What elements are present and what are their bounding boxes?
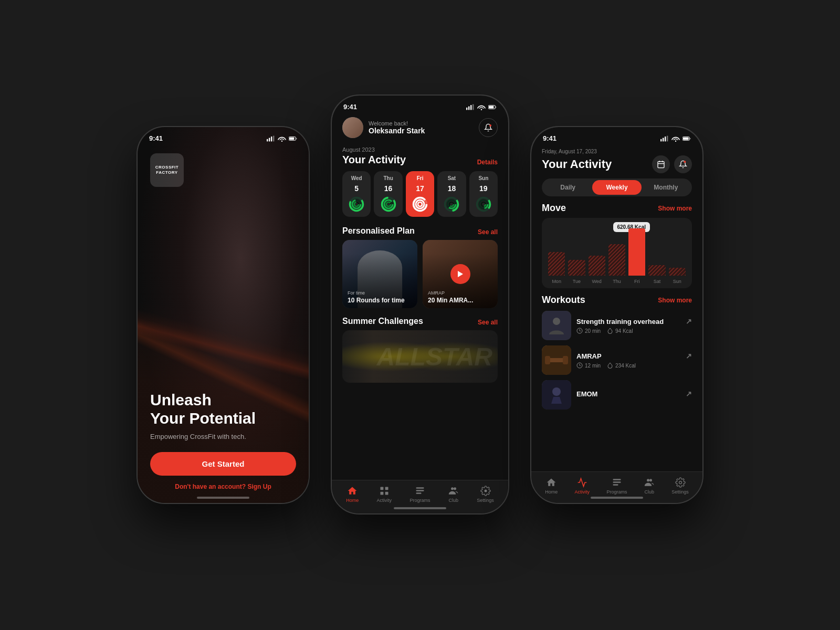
bar-sun: [669, 223, 686, 276]
bar-fri: [628, 223, 645, 276]
svg-rect-80: [613, 479, 621, 480]
workouts-show-more[interactable]: Show more: [658, 297, 692, 304]
status-bar: 9:41: [138, 127, 309, 144]
welcome-label: Welcome back!: [369, 120, 425, 127]
workout-time-1: 20 min: [576, 328, 601, 334]
nav-activity[interactable]: Activity: [377, 486, 392, 503]
svg-point-55: [454, 487, 456, 490]
chart-label-sun: Sun: [669, 279, 686, 284]
workout-image-3: [542, 380, 571, 410]
notification-button-3[interactable]: [674, 155, 692, 173]
svg-rect-15: [496, 106, 496, 108]
logo-text: CROSSFIT FACTORY: [150, 165, 184, 175]
tab-weekly[interactable]: Weekly: [592, 180, 641, 195]
svg-rect-57: [660, 139, 662, 141]
battery-icon: [289, 135, 297, 142]
settings-icon-3: [675, 477, 686, 488]
workout-item-2[interactable]: AMRAP ↗ 12 min: [542, 345, 692, 375]
status-time: 9:41: [149, 134, 163, 142]
svg-rect-82: [613, 484, 618, 486]
workout-name-2: AMRAP ↗: [576, 352, 692, 360]
nav3-activity[interactable]: Activity: [575, 477, 590, 495]
workout-item-3[interactable]: EMOM ↗: [542, 380, 692, 410]
svg-point-69: [684, 161, 686, 163]
see-all-link-2[interactable]: See all: [478, 319, 498, 326]
nav-home[interactable]: Home: [346, 486, 359, 503]
nav-club[interactable]: Club: [448, 486, 459, 503]
svg-rect-60: [667, 135, 668, 141]
chart-label-mon: Mon: [548, 279, 565, 284]
nav-settings[interactable]: Settings: [477, 486, 494, 503]
workout-link-icon-2[interactable]: ↗: [686, 352, 692, 360]
plan-card-2[interactable]: AMRAP 20 Min AMRA...: [423, 240, 498, 308]
card1-label: For time: [348, 290, 412, 296]
plan-cards: For time 10 Rounds for time: [342, 240, 498, 308]
workout-link-icon-1[interactable]: ↗: [686, 317, 692, 326]
phone-activity: 9:41: [530, 126, 704, 504]
nav3-home-label: Home: [545, 489, 558, 495]
nav3-club[interactable]: Club: [644, 477, 655, 495]
day-card-wed[interactable]: Wed 5: [342, 171, 371, 217]
play-button[interactable]: [450, 264, 470, 284]
tab-daily[interactable]: Daily: [543, 180, 592, 195]
nav3-programs[interactable]: Programs: [606, 477, 627, 495]
bar-sun-value: [669, 268, 686, 276]
move-show-more[interactable]: Show more: [658, 205, 692, 212]
details-link[interactable]: Details: [477, 159, 498, 166]
workouts-section: Workouts Show more Strength tra: [531, 295, 702, 471]
svg-rect-81: [613, 481, 621, 483]
welcome-content: Unleash Your Potential Empowering CrossF…: [138, 379, 309, 503]
header-icons: [652, 155, 692, 173]
signup-link[interactable]: Sign Up: [247, 483, 271, 490]
plan-card-1[interactable]: For time 10 Rounds for time: [342, 240, 417, 308]
card2-label: AMRAP: [428, 290, 492, 296]
tab-monthly[interactable]: Monthly: [642, 180, 690, 195]
day-name-fri: Fri: [417, 175, 424, 181]
workout-time-2: 12 min: [576, 362, 601, 369]
svg-rect-14: [489, 106, 494, 108]
wifi-icon-2: [477, 104, 486, 110]
bar-sat: [648, 223, 665, 276]
get-started-button[interactable]: Get Started: [150, 452, 296, 476]
bell-icon: [484, 123, 492, 132]
plan-section: Personalised Plan See all: [332, 222, 508, 312]
notification-button[interactable]: [479, 118, 498, 137]
svg-point-34: [418, 202, 422, 206]
activity-section-header: August 2023 Your Activity Details: [332, 144, 508, 171]
workout-item-1[interactable]: Strength training overhead ↗ 20 min: [542, 311, 692, 340]
svg-rect-8: [466, 107, 467, 110]
status-icons-2: [466, 104, 497, 110]
svg-rect-49: [385, 487, 388, 490]
clock-icon-1: [576, 328, 583, 334]
club-icon-3: [644, 477, 655, 488]
bar-fri-value: [628, 228, 645, 276]
svg-rect-50: [385, 492, 388, 495]
ring-fri-active: [412, 196, 428, 213]
nav3-home[interactable]: Home: [545, 477, 558, 495]
svg-rect-10: [470, 105, 471, 110]
nav-programs[interactable]: Programs: [410, 486, 430, 503]
ring-wed: [348, 196, 365, 213]
bar-wed-value: [589, 256, 605, 276]
svg-rect-58: [663, 138, 664, 141]
bar-wed: [589, 223, 605, 276]
day-card-fri[interactable]: Fri 17: [406, 171, 434, 217]
nav3-settings-label: Settings: [671, 489, 689, 495]
calendar-button[interactable]: [652, 155, 670, 173]
day-card-sat[interactable]: Sat 18: [437, 171, 466, 217]
workout-thumb-2: [542, 345, 571, 375]
activity-icon-3: [577, 477, 587, 488]
day-card-thu[interactable]: Thu 16: [374, 171, 402, 217]
workout-link-icon-3[interactable]: ↗: [686, 390, 692, 398]
svg-point-12: [481, 109, 482, 110]
user-name: Oleksandr Stark: [369, 127, 425, 135]
phone3-header: Friday, August 17, 2023 Your Activity: [531, 144, 702, 178]
challenge-card[interactable]: ALLSTAR: [342, 330, 498, 383]
headline: Unleash Your Potential: [150, 391, 296, 427]
workout-info-1: Strength training overhead ↗ 20 min: [576, 317, 692, 334]
day-card-sun[interactable]: Sun 19: [469, 171, 498, 217]
nav3-settings[interactable]: Settings: [671, 477, 689, 495]
move-section: Move Show more 620.68 Kcal: [531, 203, 702, 295]
bar-sat-value: [648, 265, 665, 276]
see-all-link-1[interactable]: See all: [478, 228, 498, 236]
